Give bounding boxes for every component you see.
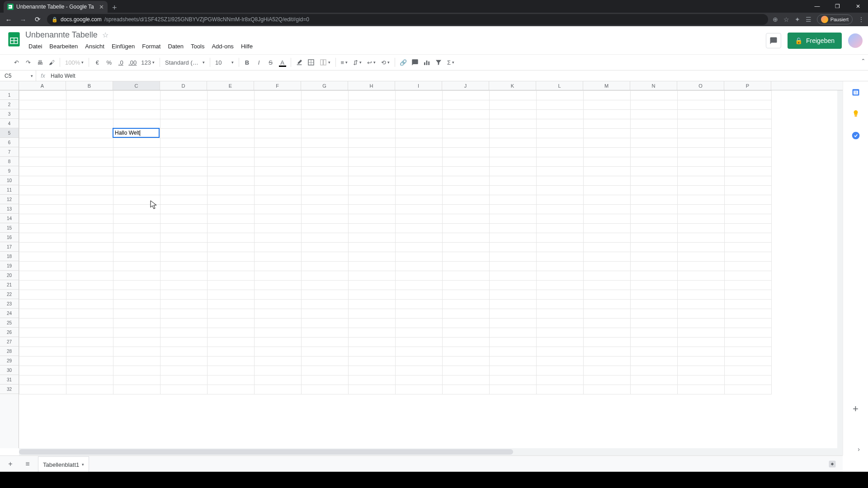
cell[interactable] [208, 271, 255, 281]
cell[interactable] [537, 338, 584, 347]
cell[interactable] [208, 214, 255, 224]
cell[interactable] [678, 176, 725, 186]
cell[interactable] [443, 91, 490, 100]
cell[interactable] [113, 290, 160, 300]
cell[interactable] [349, 347, 396, 357]
cell[interactable] [396, 224, 443, 233]
cell[interactable] [255, 205, 302, 214]
tab-close-icon[interactable]: ✕ [99, 4, 104, 10]
cell[interactable] [19, 214, 66, 224]
cell[interactable] [678, 157, 725, 167]
font-size-select[interactable]: 10 ▾ [213, 59, 236, 66]
keep-addon-icon[interactable] [851, 109, 860, 118]
cell[interactable] [19, 281, 66, 290]
cell[interactable] [255, 100, 302, 110]
row-header[interactable]: 31 [0, 375, 19, 385]
cell[interactable] [160, 100, 208, 110]
cell[interactable] [725, 290, 772, 300]
row-header[interactable]: 24 [0, 309, 19, 318]
cell[interactable] [725, 138, 772, 148]
cell[interactable] [490, 319, 537, 328]
cell[interactable] [631, 328, 678, 338]
cell[interactable] [396, 366, 443, 375]
cell[interactable] [396, 252, 443, 262]
filter-button[interactable] [433, 56, 444, 68]
cell[interactable] [678, 138, 725, 148]
cell[interactable] [631, 290, 678, 300]
cell[interactable] [678, 214, 725, 224]
cell[interactable] [19, 157, 66, 167]
cell[interactable] [678, 148, 725, 157]
row-header[interactable]: 16 [0, 233, 19, 242]
cell[interactable] [66, 129, 113, 138]
cell[interactable] [678, 243, 725, 252]
calendar-addon-icon[interactable]: 31 [851, 88, 860, 97]
cell[interactable] [302, 233, 349, 243]
row-header[interactable]: 26 [0, 328, 19, 337]
cell[interactable] [725, 214, 772, 224]
cell[interactable] [160, 262, 208, 271]
cell[interactable] [113, 186, 160, 195]
cell[interactable] [725, 186, 772, 195]
cell[interactable] [66, 186, 113, 195]
row-header[interactable]: 8 [0, 157, 19, 166]
cell[interactable] [443, 186, 490, 195]
cell[interactable] [631, 366, 678, 375]
insert-comment-button[interactable] [410, 56, 420, 68]
cell[interactable] [160, 319, 208, 328]
column-header[interactable]: L [536, 81, 583, 90]
cell[interactable] [66, 224, 113, 233]
cell[interactable] [490, 186, 537, 195]
cell[interactable] [66, 119, 113, 129]
cell[interactable] [208, 252, 255, 262]
cell[interactable] [537, 290, 584, 300]
cell[interactable] [725, 271, 772, 281]
format-percent-button[interactable]: % [104, 56, 114, 68]
cell[interactable] [678, 129, 725, 138]
cell[interactable] [255, 338, 302, 347]
cell[interactable] [208, 281, 255, 290]
cell[interactable] [443, 366, 490, 375]
cell[interactable] [490, 252, 537, 262]
cell[interactable] [396, 375, 443, 385]
cell[interactable] [396, 176, 443, 186]
cell[interactable] [160, 338, 208, 347]
cell[interactable] [443, 214, 490, 224]
cell[interactable] [678, 366, 725, 375]
name-box[interactable]: C5 ▾ [0, 70, 36, 81]
cell[interactable] [160, 110, 208, 119]
column-header[interactable]: E [207, 81, 254, 90]
cell[interactable] [160, 347, 208, 357]
cell[interactable] [208, 290, 255, 300]
cell[interactable] [66, 252, 113, 262]
cell[interactable] [537, 262, 584, 271]
cell[interactable] [66, 138, 113, 148]
cell[interactable] [66, 100, 113, 110]
tasks-addon-icon[interactable] [851, 131, 860, 140]
cell[interactable] [490, 129, 537, 138]
cell[interactable] [631, 214, 678, 224]
cell[interactable] [584, 290, 631, 300]
cell[interactable] [443, 309, 490, 319]
cell[interactable] [584, 357, 631, 366]
cell[interactable] [349, 205, 396, 214]
cell[interactable] [302, 252, 349, 262]
row-header[interactable]: 28 [0, 347, 19, 356]
bold-button[interactable]: B [242, 56, 253, 68]
cell[interactable] [537, 347, 584, 357]
cell[interactable] [490, 214, 537, 224]
cell[interactable] [678, 290, 725, 300]
cell[interactable] [302, 271, 349, 281]
cell[interactable] [208, 186, 255, 195]
window-close-button[interactable]: ✕ [848, 0, 868, 13]
cell[interactable] [302, 328, 349, 338]
cell[interactable] [584, 233, 631, 243]
cell[interactable] [66, 375, 113, 385]
cell[interactable] [678, 262, 725, 271]
cell[interactable] [631, 110, 678, 119]
cell[interactable] [302, 262, 349, 271]
cell[interactable] [255, 252, 302, 262]
cell[interactable] [66, 328, 113, 338]
cell[interactable] [584, 309, 631, 319]
cell[interactable] [725, 375, 772, 385]
